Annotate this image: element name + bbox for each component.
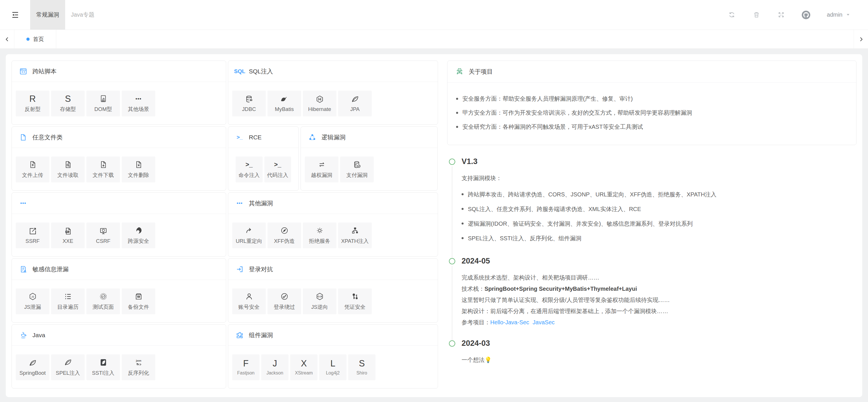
timeline-content: 完成系统技术选型、架构设计、相关靶场项目调研…… 技术栈：SpringBoot+… (462, 272, 857, 328)
coins-check-icon (353, 160, 361, 169)
hex-h-icon (315, 95, 324, 103)
svg-text:DOM: DOM (102, 100, 104, 101)
vuln-tile[interactable]: URL重定向 (232, 223, 266, 248)
tile-label: 反序列化 (128, 369, 149, 376)
card-header: >_ RCE (228, 127, 299, 148)
card-header: SQL SQL注入 (228, 61, 438, 82)
vuln-tile[interactable]: XML XXE (51, 223, 85, 248)
about-bullet: 甲方安全方面：可作为开发安全培训演示，友好的交互方式，帮助研发同学更容易理解漏洞 (456, 106, 848, 120)
nav-action-button[interactable] (744, 11, 769, 19)
card-title: 逻辑漏洞 (321, 133, 346, 141)
vuln-tile[interactable]: X XStream (290, 355, 317, 380)
vuln-tile[interactable]: 文件下载 (86, 157, 120, 182)
link-hello-java-sec[interactable]: Hello-Java-Sec (490, 319, 529, 326)
tile-label: 存储型 (60, 105, 76, 113)
dom-icon: DOM (99, 94, 107, 103)
page-tab-home[interactable]: 首页 (14, 30, 56, 48)
vuln-tile[interactable]: CSRF (86, 223, 120, 248)
doc-alert-icon (19, 265, 27, 273)
tabs-scroll-left[interactable] (0, 30, 14, 48)
vuln-tile[interactable]: JS JS逆向 (303, 289, 336, 314)
vuln-tile[interactable]: J Jackson (261, 355, 288, 380)
vuln-tile[interactable]: JPA (338, 91, 372, 116)
vuln-tile[interactable]: 账号安全 (232, 289, 266, 314)
vuln-tile[interactable]: SPEL注入 (51, 355, 85, 380)
card-title: 登录对抗 (249, 265, 273, 273)
trash-icon (753, 11, 760, 19)
vuln-tile[interactable]: >_ 命令注入 (236, 157, 262, 182)
timeline-intro: 支持漏洞模块： (462, 173, 857, 184)
timeline-line: 完成系统技术选型、架构设计、相关靶场项目调研…… (462, 272, 857, 283)
vuln-tile[interactable]: L Log4j2 (319, 355, 346, 380)
tabs-scroll-right[interactable] (854, 30, 868, 48)
js-hex-icon: JS (28, 292, 37, 301)
bird-icon (280, 95, 289, 103)
timeline-item-2024-03: 2024-03 一个想法💡 (449, 339, 857, 377)
card-header: 任意文件类 (12, 127, 226, 148)
vuln-tile[interactable]: XPATH注入 (338, 223, 372, 248)
nav-action-button[interactable] (794, 10, 818, 20)
caret-down-icon (846, 12, 850, 17)
vuln-tile[interactable]: 跨源安全 (122, 223, 155, 248)
bypass-icon (280, 292, 289, 301)
vuln-tile[interactable]: ZIP 备份文件 (122, 289, 155, 314)
ext-link-icon (28, 227, 37, 235)
vuln-tile[interactable]: 越权漏洞 (305, 157, 338, 182)
nav-tab[interactable]: 常规漏洞 (30, 0, 65, 30)
menu-toggle-button[interactable] (0, 0, 30, 30)
timeline-line-references: 参考项目：Hello-Java-SecJavaSec (462, 317, 857, 328)
nav-action-button[interactable] (720, 11, 744, 19)
svg-text:JS: JS (319, 296, 321, 298)
vuln-tile[interactable]: 文件删除 (122, 157, 155, 182)
dos-icon (315, 226, 324, 235)
card-header: 跨站脚本 (12, 61, 226, 82)
timeline-content: 一个想法💡 (462, 355, 857, 366)
leaf-icon (28, 359, 37, 367)
vuln-tile[interactable]: S Shiro (348, 355, 375, 380)
vuln-tile[interactable]: 凭证安全 (338, 289, 372, 314)
link-javasec[interactable]: JavaSec (533, 319, 555, 326)
vuln-tile[interactable]: 拒绝服务 (303, 223, 336, 248)
tile-label: 文件删除 (128, 171, 149, 179)
vuln-tile[interactable]: JDBC JDBC (232, 91, 266, 116)
vuln-tile[interactable]: SSTI注入 (86, 355, 120, 380)
list-icon (64, 292, 72, 301)
timeline-line-tech-stack: 技术栈：SpringBoot+Spring Security+MyBatis+T… (462, 283, 857, 295)
tile-label: SSTI注入 (92, 369, 114, 376)
vuln-tile[interactable]: S 存储型 (51, 91, 85, 116)
vuln-tile[interactable]: Hibernate (303, 91, 336, 116)
vuln-card: ••• 其他漏洞 URL重定向 XFF伪造 (228, 192, 438, 257)
terminal-icon: >_ (273, 160, 282, 169)
vuln-tile[interactable]: MyBatis (268, 91, 301, 116)
vuln-tile[interactable]: >_ 代码注入 (265, 157, 291, 182)
nav-tab[interactable]: Java专题 (65, 0, 100, 30)
vuln-tile[interactable]: 文件读取 (51, 157, 85, 182)
vuln-tile[interactable]: ••• 其他场景 (122, 91, 155, 116)
vuln-tile[interactable]: R 反射型 (16, 91, 50, 116)
sitemap-icon (351, 226, 360, 235)
leaf-icon (351, 95, 360, 103)
nav-action-button[interactable] (769, 11, 794, 19)
card-title: 敏感信息泄漏 (32, 265, 69, 273)
vuln-tile[interactable]: 测试 测试页面 (86, 289, 120, 314)
vuln-tile[interactable]: DOM DOM型 (86, 91, 120, 116)
vuln-tile[interactable]: JS JS泄漏 (16, 289, 50, 314)
tile-row: 账号安全 登录绕过 JS JS逆向 凭证安全 (228, 280, 438, 314)
user-menu[interactable]: admin (827, 11, 850, 18)
vuln-tile[interactable]: 登录绕过 (268, 289, 301, 314)
vuln-tile[interactable]: 支付漏洞 (340, 157, 374, 182)
vuln-card: Java SpringBoot SPEL注入 (11, 324, 226, 389)
vuln-tile[interactable]: json 反序列化 (122, 355, 155, 380)
vuln-tile[interactable]: XFF伪造 (268, 223, 301, 248)
card-title: 任意文件类 (32, 133, 63, 141)
about-bullet: 安全服务方面：帮助安全服务人员理解漏洞原理(产生、修复、审计) (456, 92, 848, 106)
vuln-tile[interactable]: SSRF (16, 223, 50, 248)
vuln-tile[interactable]: SpringBoot (16, 355, 50, 380)
vuln-tile[interactable]: 文件上传 (16, 157, 50, 182)
tile-row: JS JS泄漏 目录遍历 测试 测试页面 ZIP (12, 280, 226, 314)
vuln-tile[interactable]: F Fastjson (232, 355, 259, 380)
vuln-card: 任意文件类 文件上传 文件读取 (11, 127, 226, 191)
svg-text:JDBC: JDBC (249, 99, 252, 101)
vuln-tile[interactable]: 目录遍历 (51, 289, 85, 314)
svg-text:ZIP: ZIP (137, 296, 140, 297)
